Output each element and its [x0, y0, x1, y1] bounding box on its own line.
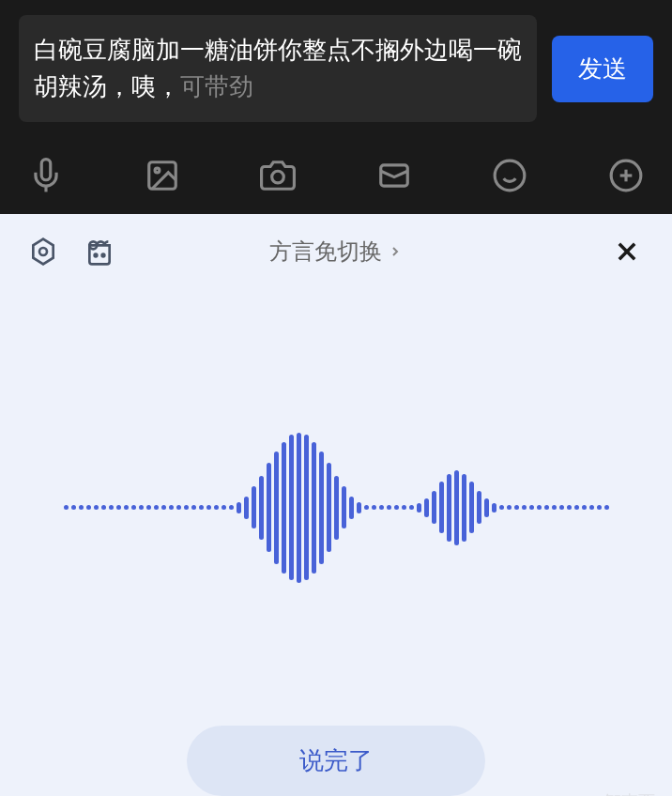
wave-bar	[432, 491, 436, 524]
panel-header: 方言免切换	[0, 214, 672, 289]
svg-point-13	[95, 254, 98, 257]
shop-icon[interactable]	[83, 235, 116, 268]
input-section: 白碗豆腐脑加一糖油饼你整点不搁外边喝一碗胡辣汤，咦，可带劲 发送	[0, 0, 672, 137]
smile-icon[interactable]	[490, 156, 529, 195]
waveform-container	[0, 289, 672, 726]
svg-point-12	[39, 248, 47, 255]
wave-dot	[522, 505, 527, 510]
dialect-label: 方言免切换	[269, 237, 382, 267]
envelope-icon[interactable]	[374, 156, 414, 195]
wave-dot	[567, 505, 572, 510]
wave-bar	[274, 452, 279, 564]
wave-bar	[357, 502, 361, 513]
wave-dot	[109, 505, 114, 510]
wave-dot	[94, 505, 99, 510]
wave-dot	[214, 505, 219, 510]
message-text-box[interactable]: 白碗豆腐脑加一糖油饼你整点不搁外边喝一碗胡辣汤，咦，可带劲	[19, 15, 537, 122]
wave-bar	[484, 498, 489, 517]
wave-bar	[477, 491, 481, 524]
toolbar	[0, 137, 672, 214]
wave-bar	[327, 463, 331, 552]
wave-bar	[424, 498, 429, 517]
microphone-icon[interactable]	[26, 156, 66, 195]
svg-point-2	[155, 168, 160, 173]
wave-bar	[417, 503, 421, 513]
wave-bar	[252, 486, 256, 528]
voice-panel: 方言免切换 说完了 智東西	[0, 214, 672, 796]
wave-dot	[184, 505, 189, 510]
wave-dot	[394, 505, 399, 510]
wave-bar	[349, 497, 354, 519]
done-button[interactable]: 说完了	[187, 726, 485, 796]
wave-bar	[469, 482, 474, 533]
wave-bar	[447, 474, 451, 542]
hexagon-icon[interactable]	[26, 235, 60, 268]
wave-bar	[342, 486, 346, 528]
wave-dot	[131, 505, 136, 510]
camera-icon[interactable]	[258, 156, 298, 195]
wave-bar	[439, 482, 444, 533]
wave-dot	[499, 505, 504, 510]
wave-bar	[492, 503, 496, 513]
wave-dot	[544, 505, 549, 510]
message-row: 白碗豆腐脑加一糖油饼你整点不搁外边喝一碗胡辣汤，咦，可带劲 发送	[19, 15, 653, 122]
wave-dot	[169, 505, 174, 510]
wave-dot	[589, 505, 594, 510]
wave-dot	[574, 505, 579, 510]
wave-dot	[221, 505, 226, 510]
wave-dot	[139, 505, 144, 510]
done-button-container: 说完了	[0, 726, 672, 796]
wave-dot	[529, 505, 534, 510]
wave-dot	[604, 505, 609, 510]
svg-point-14	[102, 254, 105, 257]
wave-dot	[597, 505, 602, 510]
wave-dot	[101, 505, 106, 510]
wave-bar	[312, 442, 316, 574]
wave-dot	[146, 505, 151, 510]
wave-dot	[372, 505, 376, 510]
text-main: 白碗豆腐脑加一糖油饼你整点不搁外边喝一碗胡辣汤，咦，	[34, 36, 522, 100]
svg-point-5	[496, 161, 526, 191]
wave-bar	[297, 433, 301, 583]
wave-dot	[402, 505, 406, 510]
dialect-switch[interactable]: 方言免切换	[269, 237, 403, 267]
wave-dot	[552, 505, 557, 510]
wave-dot	[124, 505, 129, 510]
wave-bar	[259, 476, 264, 540]
wave-dot	[582, 505, 587, 510]
wave-dot	[79, 505, 84, 510]
wave-dot	[537, 505, 542, 510]
wave-dot	[176, 505, 181, 510]
wave-dot	[514, 505, 519, 510]
send-button[interactable]: 发送	[552, 36, 653, 102]
wave-bar	[237, 502, 241, 513]
close-button[interactable]	[608, 233, 646, 270]
wave-dot	[229, 505, 234, 510]
header-left-icons	[26, 235, 116, 268]
waveform	[64, 414, 609, 602]
wave-dot	[507, 505, 512, 510]
wave-bar	[462, 474, 466, 542]
svg-point-3	[272, 171, 284, 183]
wave-dot	[364, 505, 369, 510]
wave-bar	[244, 497, 249, 519]
wave-dot	[154, 505, 159, 510]
wave-dot	[559, 505, 564, 510]
wave-bar	[334, 476, 339, 540]
wave-dot	[86, 505, 91, 510]
wave-dot	[71, 505, 76, 510]
wave-dot	[409, 505, 414, 510]
wave-dot	[161, 505, 166, 510]
wave-dot	[206, 505, 211, 510]
wave-bar	[454, 470, 459, 545]
text-suggestion: 可带劲	[180, 72, 253, 100]
transcribed-text: 白碗豆腐脑加一糖油饼你整点不搁外边喝一碗胡辣汤，咦，可带劲	[34, 32, 522, 105]
wave-dot	[191, 505, 196, 510]
plus-icon[interactable]	[606, 156, 646, 195]
wave-dot	[116, 505, 121, 510]
wave-dot	[379, 505, 384, 510]
image-icon[interactable]	[143, 156, 182, 195]
wave-bar	[304, 435, 309, 580]
wave-dot	[199, 505, 204, 510]
wave-bar	[282, 442, 286, 574]
